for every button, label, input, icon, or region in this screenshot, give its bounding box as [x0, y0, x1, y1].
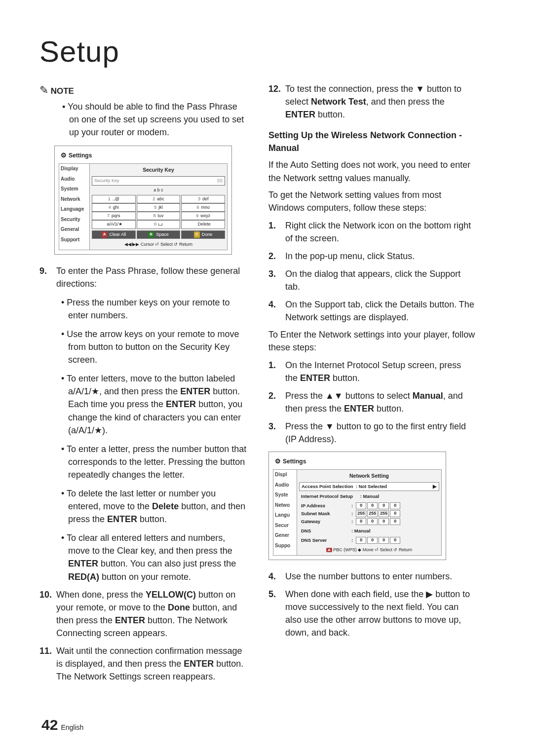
pane-title: Security Key: [92, 166, 225, 175]
keypad-key[interactable]: 9wxyz: [181, 212, 225, 220]
sidebar-item[interactable]: Display: [59, 164, 89, 174]
octet-input[interactable]: 0: [356, 537, 366, 544]
clear-all-key[interactable]: A Clear All: [92, 230, 136, 239]
keypad-key[interactable]: 7pqrs: [92, 212, 136, 220]
space-key[interactable]: B Space: [137, 230, 181, 239]
ip-setup-row: Internet Protocol Setup : Manual: [299, 492, 439, 500]
network-setting-mockup: ⚙ Settings DisplAudioSysteNetwoLanguSecu…: [268, 452, 446, 560]
step-12: 12. To test the connection, press the ▼ …: [268, 82, 476, 121]
bullet: • To clear all entered letters and numbe…: [56, 531, 247, 583]
pane-title: Network Setting: [299, 472, 439, 481]
security-key-input[interactable]: Security Key(0): [92, 176, 225, 186]
sidebar-item[interactable]: Audio: [273, 480, 297, 491]
pencil-icon: ✎: [39, 84, 48, 96]
sidebar-item[interactable]: Langu: [273, 510, 297, 521]
gear-icon: ⚙: [275, 457, 281, 466]
octet-input[interactable]: 0: [367, 502, 378, 509]
octet-input[interactable]: 0: [390, 537, 400, 544]
nav-hints: ◀◀/▶▶ Cursor ⏎ Select ↺ Return: [92, 240, 225, 248]
done-key[interactable]: C Done: [181, 230, 225, 239]
access-point-row[interactable]: Access Point Selection : Not Selected ▶: [299, 482, 439, 491]
subheading: Setting Up the Wireless Network Connecti…: [268, 129, 476, 154]
octet-input[interactable]: 0: [390, 518, 400, 525]
octet-input[interactable]: 0: [356, 518, 366, 525]
sidebar-item[interactable]: Network: [59, 194, 89, 205]
sidebar-item[interactable]: Suppo: [273, 541, 297, 551]
octet-input[interactable]: 0: [367, 518, 378, 525]
note-body: ▪ You should be able to find the Pass Ph…: [39, 100, 247, 139]
octet-input[interactable]: 255: [356, 510, 366, 517]
step-10: 10. When done, press the YELLOW(C) butto…: [39, 588, 247, 640]
octet-input[interactable]: 255: [367, 510, 378, 517]
step: 4.Use the number buttons to enter number…: [268, 570, 476, 583]
dns-server-row: DNS Server : 0000: [299, 536, 439, 544]
dns-row: DNS: Manual: [299, 527, 439, 535]
sidebar-item[interactable]: Syste: [273, 490, 297, 500]
gear-icon: ⚙: [61, 151, 67, 160]
step: 1.Right click the Network icon on the bo…: [268, 219, 476, 245]
step: 4.On the Support tab, click the Details …: [268, 298, 476, 324]
page-footer: 42English: [41, 717, 83, 733]
keypad-key[interactable]: Delete: [181, 220, 225, 228]
keypad-key[interactable]: 3def: [181, 195, 225, 203]
keypad-key[interactable]: 5jkl: [137, 203, 181, 212]
step: 3.On the dialog that appears, click the …: [268, 267, 476, 293]
keypad-key[interactable]: 2abc: [137, 195, 181, 203]
chevron-right-icon: ▶: [433, 483, 437, 490]
step-9: 9. To enter the Pass Phrase, follow thes…: [39, 265, 247, 290]
ip-field-row: Gateway:0000: [299, 518, 439, 526]
octet-input[interactable]: 0: [356, 502, 366, 509]
keypad-key[interactable]: 1.,@: [92, 195, 136, 203]
nav-hints: A PBC (WPS) ◆ Move ⏎ Select ↺ Return: [299, 546, 439, 553]
right-column: 12. To test the connection, press the ▼ …: [268, 82, 476, 683]
paragraph: If the Auto Setting does not work, you n…: [268, 158, 476, 184]
sidebar-item[interactable]: System: [59, 184, 89, 194]
sidebar-item[interactable]: Security: [59, 215, 89, 225]
paragraph: To Enter the Network settings into your …: [268, 328, 476, 354]
keypad-key[interactable]: 8tuv: [137, 212, 181, 220]
sidebar-item[interactable]: Gener: [273, 530, 297, 541]
step: 5.When done with each field, use the ▶ b…: [268, 588, 476, 639]
sidebar-item[interactable]: Audio: [59, 174, 89, 185]
step: 2.In the pop-up menu, click Status.: [268, 250, 476, 263]
ip-field-row: Subnet Mask:2552552550: [299, 510, 439, 518]
keypad-key[interactable]: 6mno: [181, 203, 225, 212]
security-key-mockup: ⚙ Settings DisplayAudioSystemNetworkLang…: [54, 146, 232, 254]
keypad-key[interactable]: 4ghi: [92, 203, 136, 212]
paragraph: To get the Network setting values from m…: [268, 189, 476, 214]
sidebar-item[interactable]: Support: [59, 235, 89, 245]
page-title: Setup: [39, 35, 494, 69]
octet-input[interactable]: 0: [379, 518, 389, 525]
step: 1.On the Internet Protocol Setup screen,…: [268, 359, 476, 384]
sidebar-item[interactable]: Netwo: [273, 500, 297, 511]
bullet: • To enter letters, move to the button l…: [56, 372, 247, 436]
sidebar-item[interactable]: Secur: [273, 521, 297, 531]
abc-label: a b c: [92, 187, 225, 193]
left-column: ✎ NOTE ▪ You should be able to find the …: [39, 82, 247, 683]
sidebar-item[interactable]: Displ: [273, 470, 297, 480]
keypad-key[interactable]: 0⌴: [137, 220, 181, 228]
step: 2.Press the ▲▼ buttons to select Manual,…: [268, 389, 476, 415]
ip-field-row: IP Address:0000: [299, 502, 439, 510]
bullet: • Use the arrow keys on your remote to m…: [56, 328, 247, 366]
bullet: • To delete the last letter or number yo…: [56, 487, 247, 526]
step: 3.Press the ▼ button to go to the first …: [268, 420, 476, 446]
note-label: ✎ NOTE: [39, 82, 247, 98]
sidebar-item[interactable]: General: [59, 225, 89, 235]
octet-input[interactable]: 255: [379, 510, 389, 517]
octet-input[interactable]: 0: [379, 502, 389, 509]
bullet: • To enter a letter, press the number bu…: [56, 443, 247, 481]
sidebar-item[interactable]: Language: [59, 204, 89, 215]
octet-input[interactable]: 0: [367, 537, 378, 544]
octet-input[interactable]: 0: [390, 502, 400, 509]
octet-input[interactable]: 0: [379, 537, 389, 544]
step-11: 11. Wait until the connection confirmati…: [39, 644, 247, 683]
octet-input[interactable]: 0: [390, 510, 400, 517]
bullet: • Press the number keys on your remote t…: [56, 296, 247, 322]
keypad-key[interactable]: a/A/1/★: [92, 220, 136, 228]
